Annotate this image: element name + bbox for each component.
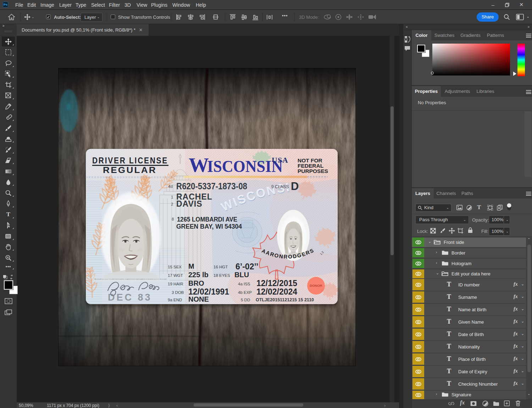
svg-text:4b EXP: 4b EXP [238,290,252,295]
svg-text:19 HAIR: 19 HAIR [168,282,183,286]
svg-text:4d: 4d [168,184,173,189]
svg-text:225 lb: 225 lb [188,271,209,279]
svg-text:USA: USA [272,156,288,164]
svg-text:5 DD: 5 DD [241,298,250,302]
svg-text:18 EYES: 18 EYES [214,273,230,278]
svg-text:GREEN BAY, WI 54304: GREEN BAY, WI 54304 [176,223,242,230]
svg-text:DEC 83: DEC 83 [108,292,152,303]
svg-text:1: 1 [171,195,173,199]
svg-text:15 SEX: 15 SEX [168,265,182,269]
svg-text:9a END: 9a END [168,298,182,302]
svg-text:W: W [189,154,209,176]
svg-text:6’-02’’: 6’-02’’ [235,262,258,271]
svg-text:R620-5337-1873-08: R620-5337-1873-08 [176,181,247,191]
svg-text:REGULAR DL 12 02 OTLJERONRODGE: REGULAR DL 12 02 OTLJERONRODGERS 12 AARO… [94,279,167,280]
svg-text:REGULAR: REGULAR [103,165,157,175]
svg-text:12/02/2024: 12/02/2024 [256,287,297,296]
svg-text:DONOR: DONOR [310,284,322,287]
svg-text:8: 8 [172,217,174,221]
svg-text:9 CLASS: 9 CLASS [271,184,289,189]
svg-text:1265 LOMBARDI AVE: 1265 LOMBARDI AVE [177,216,237,223]
svg-text:DAVIS: DAVIS [176,199,203,208]
svg-text:M: M [188,262,194,270]
svg-text:3 DOB: 3 DOB [172,290,184,295]
svg-text:2: 2 [171,202,173,206]
svg-text:PURPOSES: PURPOSES [298,168,328,174]
svg-text:D: D [291,180,299,192]
svg-text:DRIVER LICENSE: DRIVER LICENSE [92,156,168,165]
svg-text:17 WGT: 17 WGT [168,273,183,278]
svg-text:BLU: BLU [234,271,249,279]
svg-text:4a ISS: 4a ISS [238,282,250,286]
svg-text:BRO: BRO [188,279,204,287]
svg-text:OTLJE20151121215 15 2110: OTLJE20151121215 15 2110 [256,297,314,302]
svg-text:16 HGT: 16 HGT [214,265,228,269]
svg-text:NONE: NONE [188,295,209,303]
svg-text:12/12/2015: 12/12/2015 [256,279,297,288]
